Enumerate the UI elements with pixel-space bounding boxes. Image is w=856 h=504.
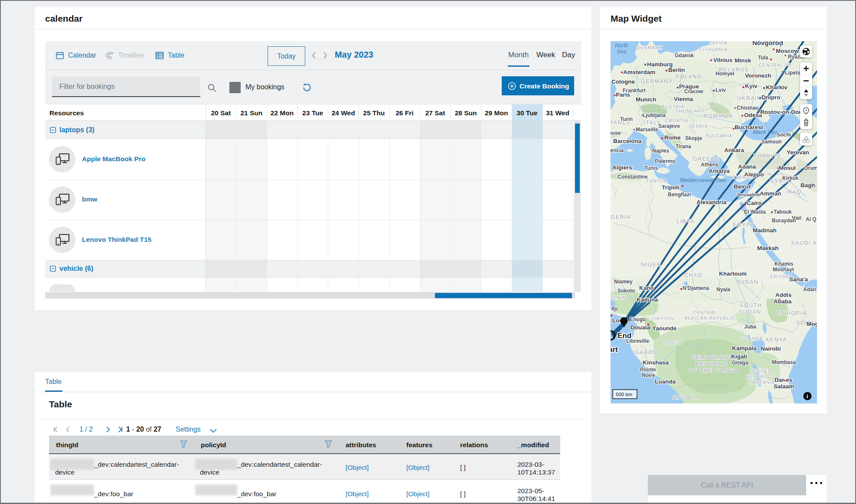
svg-text:Amman: Amman bbox=[760, 190, 781, 197]
svg-text:EGYPT: EGYPT bbox=[733, 222, 755, 228]
svg-text:Luanda: Luanda bbox=[655, 378, 676, 385]
svg-text:Start: Start bbox=[611, 345, 618, 354]
svg-text:CAMEROON: CAMEROON bbox=[648, 316, 674, 321]
svg-text:Berlin: Berlin bbox=[668, 67, 685, 73]
svg-text:Kinshasa: Kinshasa bbox=[643, 359, 669, 366]
svg-text:NIGER: NIGER bbox=[641, 262, 661, 268]
svg-text:LGERIA: LGERIA bbox=[611, 214, 631, 220]
svg-text:Tirana: Tirana bbox=[676, 143, 691, 150]
svg-text:SUDAN: SUDAN bbox=[739, 309, 761, 315]
svg-text:ROMANIA: ROMANIA bbox=[703, 113, 733, 119]
svg-text:Salaam: Salaam bbox=[774, 383, 794, 390]
svg-text:i: i bbox=[807, 393, 808, 400]
svg-text:Sochi: Sochi bbox=[777, 132, 791, 138]
svg-text:SOUTH: SOUTH bbox=[740, 302, 762, 309]
svg-text:Palermo: Palermo bbox=[655, 158, 675, 164]
svg-text:IRAQ: IRAQ bbox=[786, 189, 802, 195]
svg-text:ETHIOPIA: ETHIOPIA bbox=[776, 310, 807, 316]
svg-text:Antalya: Antalya bbox=[709, 168, 730, 174]
svg-text:ANGOLA: ANGOLA bbox=[672, 394, 699, 400]
svg-text:Amsterdam: Amsterdam bbox=[623, 69, 655, 75]
svg-text:Al Q: Al Q bbox=[806, 216, 817, 222]
svg-text:Nyala: Nyala bbox=[716, 286, 730, 293]
svg-text:HUNGARY: HUNGARY bbox=[679, 108, 705, 114]
svg-text:lencia: lencia bbox=[611, 147, 624, 153]
svg-text:Munich: Munich bbox=[636, 96, 656, 103]
svg-text:CROATIA: CROATIA bbox=[665, 118, 688, 123]
svg-text:Minsk: Minsk bbox=[735, 57, 751, 64]
svg-text:GREECE: GREECE bbox=[693, 156, 720, 162]
svg-text:Constantine: Constantine bbox=[617, 174, 648, 180]
svg-text:Kharkiv: Kharkiv bbox=[766, 84, 787, 91]
svg-text:Gdansk: Gdansk bbox=[675, 52, 694, 59]
svg-text:Vienna: Vienna bbox=[674, 96, 693, 102]
svg-text:Athens: Athens bbox=[701, 162, 719, 168]
svg-text:Odesa: Odesa bbox=[744, 112, 762, 118]
svg-text:Rostov-on-Don: Rostov-on-Don bbox=[760, 109, 802, 115]
svg-text:Kano: Kano bbox=[639, 285, 654, 291]
svg-text:LATVIA: LATVIA bbox=[709, 41, 727, 46]
svg-text:Addis: Addis bbox=[775, 292, 792, 298]
svg-text:Enugu: Enugu bbox=[630, 316, 646, 322]
svg-text:Makkah: Makkah bbox=[757, 245, 779, 251]
svg-text:CENTRAL FD: CENTRAL FD bbox=[759, 62, 792, 68]
svg-text:louse: louse bbox=[611, 130, 621, 136]
svg-text:Tabouk: Tabouk bbox=[774, 209, 792, 215]
svg-text:LIBYA: LIBYA bbox=[676, 218, 695, 224]
svg-text:Cologne: Cologne bbox=[611, 78, 635, 85]
svg-text:UNITED: UNITED bbox=[752, 368, 771, 374]
svg-text:TANZANIA: TANZANIA bbox=[749, 380, 775, 385]
svg-text:Orum: Orum bbox=[804, 165, 817, 171]
svg-text:Kaduna: Kaduna bbox=[637, 296, 658, 303]
svg-text:CENTRAL: CENTRAL bbox=[693, 310, 717, 315]
svg-text:Khamis: Khamis bbox=[774, 261, 794, 267]
svg-text:Nairobi: Nairobi bbox=[761, 345, 781, 352]
svg-text:Moshayt: Moshayt bbox=[773, 267, 794, 273]
svg-text:Barcelona: Barcelona bbox=[613, 138, 642, 144]
svg-text:DEMOCRATIC: DEMOCRATIC bbox=[691, 354, 734, 361]
svg-text:Sea: Sea bbox=[617, 49, 626, 55]
svg-text:DENMARK: DENMARK bbox=[637, 45, 663, 50]
svg-text:Lviv: Lviv bbox=[716, 87, 726, 93]
svg-text:TUNISIA: TUNISIA bbox=[646, 178, 667, 183]
svg-text:Mog: Mog bbox=[807, 321, 817, 327]
svg-text:Chisinau: Chisinau bbox=[737, 105, 759, 111]
svg-text:CHAD: CHAD bbox=[684, 272, 702, 278]
svg-text:Jerusalem: Jerusalem bbox=[736, 192, 760, 197]
svg-text:SAUDI ARA: SAUDI ARA bbox=[791, 240, 817, 246]
svg-text:Marseille: Marseille bbox=[636, 127, 658, 133]
svg-text:Voronezh: Voronezh bbox=[745, 72, 771, 79]
svg-text:Gitega: Gitega bbox=[732, 360, 748, 366]
svg-text:Buraydah: Buraydah bbox=[772, 218, 796, 224]
svg-text:BULGARIA: BULGARIA bbox=[706, 133, 732, 138]
svg-text:El Wasta: El Wasta bbox=[744, 209, 766, 215]
svg-text:Bagh: Bagh bbox=[800, 182, 815, 189]
svg-text:Aleppo: Aleppo bbox=[744, 171, 764, 178]
svg-text:N'Djamena: N'Djamena bbox=[683, 285, 709, 291]
svg-text:Turin: Turin bbox=[620, 116, 633, 122]
svg-text:Mediterranean Sea: Mediterranean Sea bbox=[680, 177, 726, 183]
svg-text:KENYA: KENYA bbox=[766, 337, 787, 343]
svg-text:Noire: Noire bbox=[642, 372, 655, 378]
svg-text:Kampala: Kampala bbox=[732, 345, 757, 351]
svg-text:Mosul: Mosul bbox=[779, 165, 796, 171]
svg-text:Moscow: Moscow bbox=[776, 48, 799, 54]
svg-text:Benghazi: Benghazi bbox=[668, 192, 691, 198]
svg-text:Skopje: Skopje bbox=[685, 135, 702, 141]
svg-text:Sarajevo: Sarajevo bbox=[658, 123, 680, 129]
svg-text:Ankara: Ankara bbox=[724, 147, 744, 153]
svg-text:Sana'a: Sana'a bbox=[789, 276, 808, 283]
svg-text:SERBIA: SERBIA bbox=[689, 124, 708, 129]
svg-text:Naples: Naples bbox=[652, 148, 670, 154]
svg-text:Rome: Rome bbox=[664, 134, 681, 141]
svg-text:UGANDA: UGANDA bbox=[741, 336, 763, 341]
svg-text:Ifo: Ifo bbox=[611, 306, 618, 312]
svg-text:BENIN: BENIN bbox=[611, 295, 626, 300]
svg-text:Niamey: Niamey bbox=[614, 279, 633, 285]
svg-text:Alexandria: Alexandria bbox=[696, 199, 727, 205]
svg-text:Khartoum: Khartoum bbox=[719, 270, 747, 277]
svg-text:Kigali: Kigali bbox=[731, 353, 747, 360]
svg-text:Kyiv: Kyiv bbox=[745, 83, 758, 89]
svg-text:Homyel: Homyel bbox=[716, 71, 734, 77]
svg-text:Kirkuk: Kirkuk bbox=[782, 175, 799, 181]
